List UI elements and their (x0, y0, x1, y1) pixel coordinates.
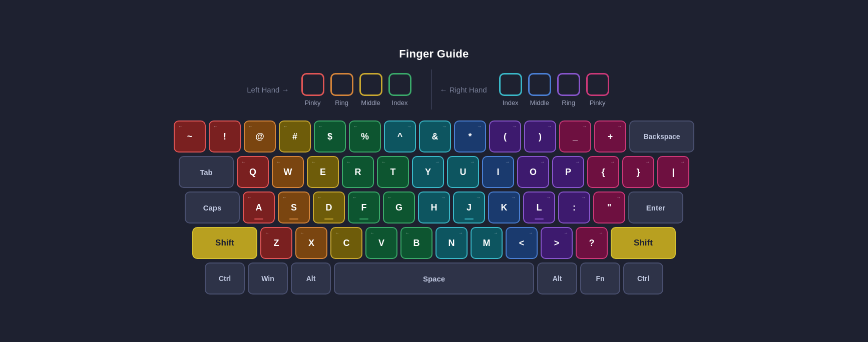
key-pipe[interactable]: →| (657, 156, 689, 188)
left-ring-box (330, 73, 353, 96)
right-hand-label: ← Right Hand (440, 86, 487, 94)
key-e[interactable]: ←E (307, 156, 339, 188)
key-exclaim[interactable]: ←! (209, 120, 241, 152)
key-percent[interactable]: ←% (349, 120, 381, 152)
key-gt[interactable]: →> (541, 227, 573, 259)
key-q[interactable]: ←Q (237, 156, 269, 188)
key-ampersand[interactable]: →& (419, 120, 451, 152)
key-space[interactable]: Space (334, 262, 534, 294)
key-asterisk[interactable]: →* (454, 120, 486, 152)
key-d[interactable]: ←D (313, 192, 345, 224)
key-row-4: Shift ←Z ←X ←C ←V ←B →N →M →< →> →? Shif… (192, 227, 676, 259)
right-middle-label: Middle (530, 99, 549, 106)
key-j[interactable]: →J (453, 192, 485, 224)
key-caps[interactable]: Caps (185, 192, 240, 224)
right-ring-label: Ring (562, 99, 575, 106)
key-underscore[interactable]: →_ (559, 120, 591, 152)
left-middle-label: Middle (361, 99, 380, 106)
key-backspace[interactable]: Backspace (629, 120, 694, 152)
key-hash[interactable]: ←# (279, 120, 311, 152)
right-middle-box (528, 73, 551, 96)
key-y[interactable]: →Y (412, 156, 444, 188)
left-ring-item: Ring (330, 73, 353, 106)
key-row-2: Tab ←Q ←W ←E ←R ←T →Y →U →I →O →P →{ →} … (179, 156, 689, 188)
key-row-5: Ctrl Win Alt Space Alt Fn Ctrl (205, 262, 663, 294)
key-lt[interactable]: →< (506, 227, 538, 259)
right-ring-box (557, 73, 580, 96)
right-pinky-label: Pinky (590, 99, 606, 106)
left-pinky-box (301, 73, 324, 96)
key-plus[interactable]: →+ (594, 120, 626, 152)
key-lparen[interactable]: →( (489, 120, 521, 152)
page-title: Finger Guide (399, 48, 469, 60)
right-index-label: Index (503, 99, 519, 106)
key-f[interactable]: ←F (348, 192, 380, 224)
key-l[interactable]: →L (523, 192, 555, 224)
right-ring-item: Ring (557, 73, 580, 106)
key-u[interactable]: →U (447, 156, 479, 188)
key-b[interactable]: ←B (400, 227, 432, 259)
right-index-box (499, 73, 522, 96)
right-finger-group: Index Middle Ring Pinky (499, 73, 609, 106)
key-lbrace[interactable]: →{ (587, 156, 619, 188)
left-middle-box (359, 73, 382, 96)
left-ring-label: Ring (335, 99, 348, 106)
key-x[interactable]: ←X (295, 227, 327, 259)
right-index-item: Index (499, 73, 522, 106)
finger-guide: Left Hand → Pinky Ring Middle Index ← Ri… (30, 70, 838, 110)
key-i[interactable]: →I (482, 156, 514, 188)
key-n[interactable]: →N (436, 227, 468, 259)
key-colon[interactable]: →: (558, 192, 590, 224)
key-ctrl-left[interactable]: Ctrl (205, 262, 245, 294)
keyboard-guide-container: Finger Guide Left Hand → Pinky Ring Midd… (0, 0, 868, 342)
key-a[interactable]: ←A (243, 192, 275, 224)
finger-guide-divider (431, 70, 432, 110)
key-p[interactable]: →P (552, 156, 584, 188)
key-s[interactable]: ←S (278, 192, 310, 224)
left-middle-item: Middle (359, 73, 382, 106)
left-finger-group: Pinky Ring Middle Index (301, 73, 411, 106)
key-at[interactable]: ←@ (244, 120, 276, 152)
key-r[interactable]: ←R (342, 156, 374, 188)
key-g[interactable]: ←G (383, 192, 415, 224)
left-pinky-item: Pinky (301, 73, 324, 106)
left-pinky-label: Pinky (305, 99, 321, 106)
key-rbrace[interactable]: →} (622, 156, 654, 188)
key-row-1: ←~ ←! ←@ ←# ←$ ←% →^ →& →* →( →) →_ →+ B… (174, 120, 694, 152)
left-hand-label: Left Hand → (247, 86, 289, 94)
key-h[interactable]: →H (418, 192, 450, 224)
right-pinky-item: Pinky (586, 73, 609, 106)
key-enter[interactable]: Enter (628, 192, 683, 224)
key-win[interactable]: Win (248, 262, 288, 294)
key-rparen[interactable]: →) (524, 120, 556, 152)
key-tilde[interactable]: ←~ (174, 120, 206, 152)
key-tab[interactable]: Tab (179, 156, 234, 188)
key-t[interactable]: ←T (377, 156, 409, 188)
key-shift-left[interactable]: Shift (192, 227, 257, 259)
key-question[interactable]: →? (576, 227, 608, 259)
key-c[interactable]: ←C (330, 227, 362, 259)
key-o[interactable]: →O (517, 156, 549, 188)
key-fn[interactable]: Fn (580, 262, 620, 294)
left-index-label: Index (392, 99, 408, 106)
key-shift-right[interactable]: Shift (611, 227, 676, 259)
key-alt-right[interactable]: Alt (537, 262, 577, 294)
key-v[interactable]: ←V (365, 227, 397, 259)
key-row-3: Caps ←A ←S ←D ←F ←G →H →J → (185, 192, 683, 224)
key-quote[interactable]: →" (593, 192, 625, 224)
right-middle-item: Middle (528, 73, 551, 106)
key-dollar[interactable]: ←$ (314, 120, 346, 152)
right-pinky-box (586, 73, 609, 96)
left-index-box (388, 73, 411, 96)
key-caret[interactable]: →^ (384, 120, 416, 152)
key-alt-left[interactable]: Alt (291, 262, 331, 294)
keyboard: ←~ ←! ←@ ←# ←$ ←% →^ →& →* →( →) →_ →+ B… (30, 120, 838, 294)
left-index-item: Index (388, 73, 411, 106)
key-ctrl-right[interactable]: Ctrl (623, 262, 663, 294)
key-m[interactable]: →M (471, 227, 503, 259)
key-z[interactable]: ←Z (260, 227, 292, 259)
key-k[interactable]: →K (488, 192, 520, 224)
key-w[interactable]: ←W (272, 156, 304, 188)
